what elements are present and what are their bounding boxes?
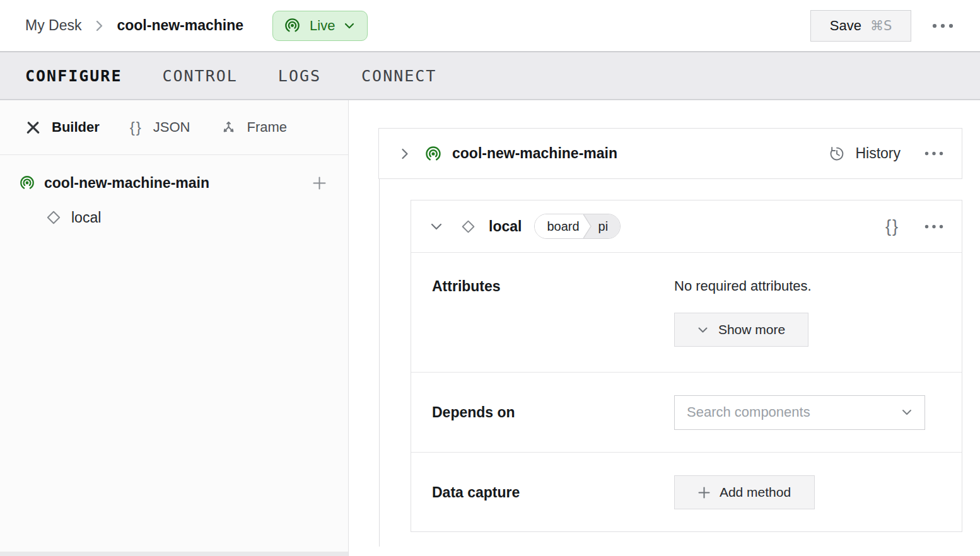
tab-control[interactable]: CONTROL	[162, 67, 237, 85]
component-menu-button[interactable]	[925, 224, 943, 229]
view-tab-frame-label: Frame	[247, 119, 288, 136]
add-method-button[interactable]: Add method	[674, 475, 815, 509]
component-collapse-chevron-down-icon[interactable]	[430, 223, 443, 231]
component-model: pi	[593, 214, 621, 238]
sidebar-bottom-strip	[0, 552, 348, 556]
depends-on-label: Depends on	[432, 404, 674, 421]
content-area: Builder {} JSON Frame	[0, 100, 980, 556]
component-name: local	[489, 218, 522, 235]
live-broadcast-icon	[284, 17, 301, 34]
view-tab-frame[interactable]: Frame	[221, 119, 288, 136]
component-type-model-badge: board pi	[534, 214, 621, 239]
machine-tree: cool-new-machine-main local	[0, 155, 348, 230]
tab-logs[interactable]: LOGS	[278, 67, 321, 85]
tab-connect[interactable]: CONNECT	[361, 67, 436, 85]
component-type: board	[535, 214, 583, 238]
breadcrumb: My Desk cool-new-machine	[25, 17, 243, 34]
json-braces-icon: {}	[130, 119, 143, 136]
add-method-label: Add method	[720, 485, 791, 500]
crossed-tools-icon	[25, 120, 41, 136]
badge-divider-chevron-icon	[583, 214, 593, 238]
view-tab-builder-label: Builder	[52, 119, 100, 136]
part-expand-chevron-right-icon[interactable]	[400, 147, 409, 161]
topbar-right: Save ⌘S	[810, 10, 954, 42]
chevron-down-icon	[901, 408, 913, 416]
save-shortcut: ⌘S	[870, 18, 892, 33]
show-more-button[interactable]: Show more	[674, 313, 808, 347]
breadcrumb-parent[interactable]: My Desk	[25, 17, 81, 34]
add-component-button[interactable]	[312, 176, 327, 190]
component-json-button[interactable]: {}	[885, 217, 899, 236]
breadcrumb-separator-icon	[95, 19, 103, 33]
component-card-local: local board pi {}	[411, 200, 962, 532]
component-header-left: local board pi	[430, 214, 885, 239]
sidebar: Builder {} JSON Frame	[0, 100, 349, 556]
view-tab-json[interactable]: {} JSON	[130, 119, 190, 136]
machine-menu-button[interactable]	[932, 23, 954, 28]
tab-configure[interactable]: CONFIGURE	[25, 67, 122, 85]
component-card-header: local board pi {}	[411, 200, 962, 253]
history-label: History	[855, 145, 901, 162]
config-main-panel: cool-new-machine-main History	[349, 100, 980, 556]
breadcrumb-current: cool-new-machine	[117, 17, 243, 34]
depends-on-placeholder: Search components	[687, 404, 810, 420]
main-nav-tabs: CONFIGURE CONTROL LOGS CONNECT	[0, 51, 980, 100]
machine-part-icon	[19, 175, 35, 191]
attributes-value: No required attributes. Show more	[674, 278, 962, 347]
part-menu-button[interactable]	[925, 151, 943, 156]
part-card-title: cool-new-machine-main	[452, 145, 617, 162]
depends-on-value: Search components	[674, 395, 962, 430]
data-capture-value: Add method	[674, 475, 962, 509]
depends-on-section: Depends on Search components	[411, 373, 962, 453]
history-clock-icon	[829, 146, 845, 162]
attributes-empty-text: No required attributes.	[674, 278, 962, 294]
live-label: Live	[310, 18, 335, 34]
chevron-down-icon	[344, 22, 355, 30]
view-tab-json-label: JSON	[153, 119, 190, 136]
tree-item-local-label: local	[71, 209, 101, 226]
plus-icon	[698, 487, 710, 499]
attributes-label: Attributes	[432, 278, 674, 295]
component-diamond-icon	[45, 209, 62, 226]
component-indent-line	[379, 179, 380, 547]
part-card-left: cool-new-machine-main	[400, 145, 829, 163]
tree-item-main-part-label: cool-new-machine-main	[44, 175, 303, 192]
chevron-down-icon	[697, 327, 708, 333]
history-button[interactable]: History	[829, 145, 901, 162]
topbar-left: My Desk cool-new-machine Live	[25, 11, 368, 41]
data-capture-label: Data capture	[432, 484, 674, 501]
depends-on-select[interactable]: Search components	[674, 395, 925, 430]
frame-axes-icon	[221, 120, 236, 136]
save-button[interactable]: Save ⌘S	[810, 10, 911, 42]
show-more-label: Show more	[718, 322, 785, 337]
tree-item-local[interactable]: local	[45, 205, 327, 230]
save-label: Save	[830, 18, 861, 34]
component-diamond-icon	[460, 219, 476, 235]
view-tab-builder[interactable]: Builder	[25, 119, 100, 136]
data-capture-section: Data capture Add method	[411, 453, 962, 532]
top-bar: My Desk cool-new-machine Live Save ⌘S	[0, 0, 980, 51]
config-view-switcher: Builder {} JSON Frame	[0, 100, 348, 155]
attributes-section: Attributes No required attributes. Show …	[411, 253, 962, 373]
machine-part-icon	[424, 145, 442, 163]
live-status-dropdown[interactable]: Live	[272, 11, 368, 41]
tree-item-main-part[interactable]: cool-new-machine-main	[19, 169, 327, 197]
part-card: cool-new-machine-main History	[378, 128, 962, 179]
